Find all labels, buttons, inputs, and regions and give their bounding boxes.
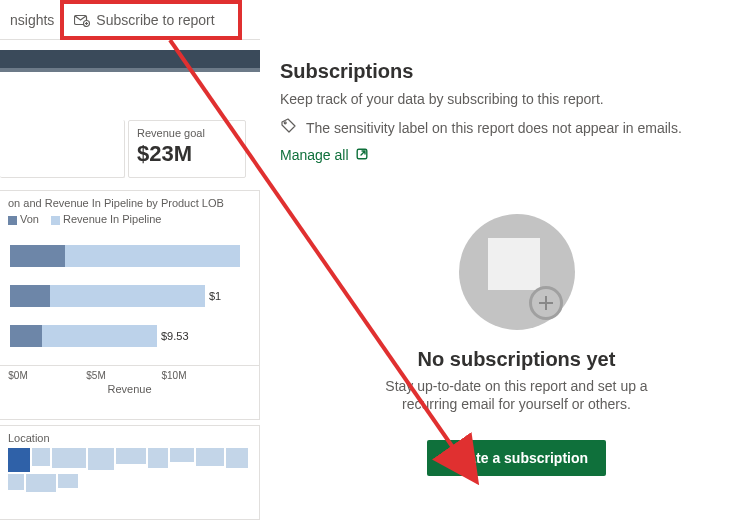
subscribe-label: Subscribe to report [96,12,214,28]
tile-value: $23M [129,139,245,175]
empty-state: No subscriptions yet Stay up-to-date on … [280,214,753,477]
tag-icon [280,117,298,138]
pane-description: Keep track of your data by subscribing t… [280,91,753,107]
empty-state-subtitle: Stay up-to-date on this report and set u… [357,377,677,415]
bar-segment-pipeline [42,325,157,347]
legend-swatch-pipeline [51,216,60,225]
tile-blank [0,120,125,178]
bar-value-label: $9.53 [161,330,189,342]
bar-value-label: $1 [209,290,221,302]
report-header-band [0,50,260,72]
bar-segment-won [10,325,42,347]
map-card: Location [0,425,260,520]
subscriptions-pane: Subscriptions Keep track of your data by… [280,0,753,520]
bar-row-2: $1 [10,283,221,309]
tile-title: Revenue goal [129,121,245,139]
svg-point-2 [284,122,286,124]
toolbar-insights[interactable]: nsights [0,12,64,28]
sensitivity-note-row: The sensitivity label on this report doe… [280,117,753,138]
bar-row-3: $9.53 [10,323,189,349]
document-icon [488,238,540,290]
bar-chart-title: on and Revenue In Pipeline by Product LO… [0,191,259,209]
legend-pipeline-label: Revenue In Pipeline [63,213,161,225]
bar-segment-pipeline [65,245,240,267]
bar-segment-won [10,245,65,267]
bar-chart-card: on and Revenue In Pipeline by Product LO… [0,190,260,420]
manage-all-link[interactable]: Manage all [280,147,369,164]
axis-label: Revenue [107,383,151,395]
legend-swatch-won [8,216,17,225]
create-subscription-button[interactable]: Create a subscription [427,440,606,476]
bar-chart-x-axis: $0M $5M $10M Revenue [0,365,259,393]
legend-won-label: Von [20,213,39,225]
open-external-icon [355,147,369,164]
map-placeholder [8,448,251,508]
manage-all-label: Manage all [280,147,349,163]
axis-tick: $0M [8,370,27,381]
envelope-plus-icon [74,13,90,27]
add-circle-icon [529,286,563,320]
axis-tick: $5M [86,370,105,381]
sensitivity-note-text: The sensitivity label on this report doe… [306,120,682,136]
tile-revenue-goal: Revenue goal $23M [128,120,246,178]
bar-chart-legend: Von Revenue In Pipeline [0,209,259,227]
report-area: nsights Subscribe to report Revenue goal… [0,0,260,520]
toolbar-insights-label: nsights [10,12,54,28]
bar-segment-won [10,285,50,307]
map-title: Location [0,426,259,446]
pane-heading: Subscriptions [280,60,753,83]
empty-state-title: No subscriptions yet [280,348,753,371]
bar-row-1 [10,243,240,269]
bar-chart-bars: $1 $9.53 [0,237,259,363]
axis-tick: $10M [161,370,186,381]
subscribe-to-report-button[interactable]: Subscribe to report [64,12,224,28]
report-toolbar: nsights Subscribe to report [0,0,260,40]
bar-segment-pipeline [50,285,205,307]
empty-state-graphic [459,214,575,330]
